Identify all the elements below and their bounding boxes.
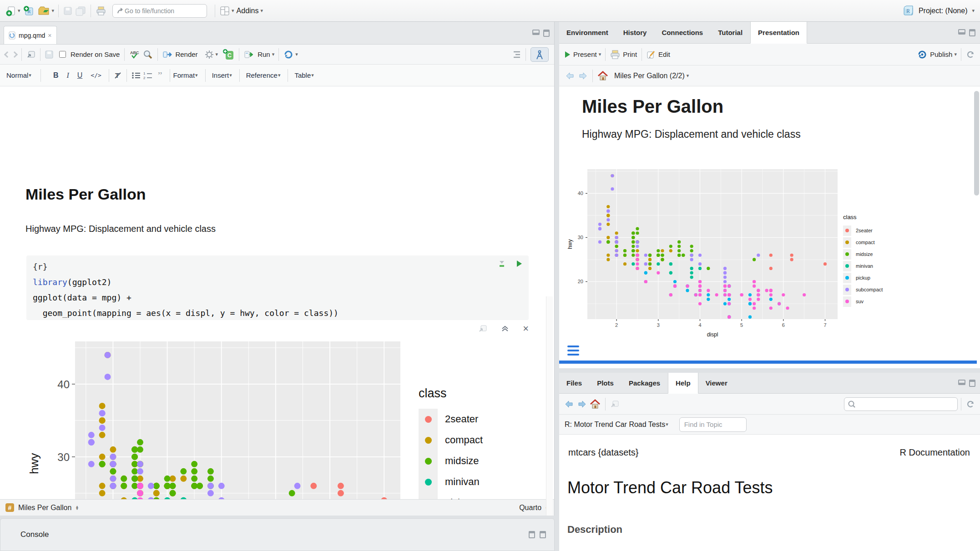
output-collapse-icon[interactable]	[501, 325, 509, 332]
home-icon[interactable]	[597, 69, 608, 83]
table-menu[interactable]: Table	[294, 71, 311, 79]
run-chunk-icon[interactable]	[516, 260, 522, 268]
outline-toggle-icon[interactable]	[512, 48, 521, 61]
doc-mode-selector[interactable]: Quarto	[519, 504, 541, 512]
help-topic-selector[interactable]: R: Motor Trend Car Road Tests	[565, 421, 665, 429]
help-topic-caret[interactable]: ▾	[666, 421, 668, 427]
rerun-caret[interactable]: ▾	[295, 51, 298, 57]
tab-presentation[interactable]: Presentation	[750, 22, 807, 44]
maximize-pane-icon[interactable]	[969, 380, 975, 387]
format-menu-caret[interactable]: ▾	[195, 72, 198, 78]
tab-environment[interactable]: Environment	[559, 22, 616, 43]
help-popout-icon[interactable]	[610, 397, 619, 411]
find-in-topic-input[interactable]	[679, 417, 747, 432]
visual-editor-toggle[interactable]	[530, 47, 549, 62]
render-settings-caret[interactable]: ▾	[216, 51, 218, 57]
save-icon[interactable]	[45, 48, 53, 61]
refresh-icon[interactable]	[966, 48, 975, 61]
rerun-source-icon[interactable]	[283, 48, 293, 61]
project-menu[interactable]: R Project: (None) ▾	[903, 5, 975, 17]
output-popout-icon[interactable]	[478, 325, 487, 333]
present-icon[interactable]	[564, 48, 571, 61]
edit-icon[interactable]	[647, 48, 656, 61]
new-file-icon[interactable]	[6, 4, 16, 18]
blockquote-icon[interactable]: ”	[158, 73, 162, 78]
panes-layout-icon[interactable]	[220, 4, 230, 18]
bold-button[interactable]: B	[53, 71, 59, 80]
reference-menu-caret[interactable]: ▾	[278, 72, 281, 78]
reference-menu[interactable]: Reference	[246, 71, 278, 79]
present-button[interactable]: Present	[573, 50, 597, 58]
open-file-icon[interactable]	[37, 4, 50, 18]
paragraph-style-caret[interactable]: ▾	[29, 72, 31, 78]
tab-plots[interactable]: Plots	[590, 373, 621, 393]
render-on-save-checkbox[interactable]	[59, 51, 66, 58]
slide-navigator-caret[interactable]: ▾	[687, 73, 689, 79]
addins-menu[interactable]: Addins	[237, 7, 259, 15]
print-icon[interactable]	[610, 48, 620, 61]
section-navigator[interactable]: Miles Per Gallon	[18, 504, 71, 512]
render-icon[interactable]	[162, 48, 172, 61]
find-replace-icon[interactable]	[143, 48, 153, 61]
tab-close-icon[interactable]: ×	[48, 32, 51, 39]
minimize-pane-icon[interactable]	[958, 380, 965, 385]
visual-editor-document[interactable]: Miles Per Gallon Highway MPG: Displaceme…	[0, 86, 554, 499]
tab-history[interactable]: History	[616, 22, 655, 43]
help-refresh-icon[interactable]	[966, 397, 975, 411]
panes-layout-caret[interactable]: ▾	[232, 8, 234, 14]
help-home-icon[interactable]	[590, 397, 601, 411]
addins-caret[interactable]: ▾	[261, 8, 263, 14]
editor-scrollbar[interactable]	[546, 296, 553, 516]
spellcheck-icon[interactable]: ABC	[129, 48, 140, 61]
help-back-icon[interactable]	[564, 397, 574, 411]
tab-help[interactable]: Help	[668, 373, 698, 394]
goto-file-input[interactable]	[125, 7, 197, 15]
nav-forward-icon[interactable]	[578, 69, 588, 83]
table-menu-caret[interactable]: ▾	[311, 72, 314, 78]
clear-formatting-icon[interactable]: T	[114, 69, 122, 82]
popout-window-icon[interactable]	[26, 48, 35, 61]
render-button[interactable]: Render	[175, 50, 197, 58]
present-caret[interactable]: ▾	[599, 51, 601, 57]
paragraph-style-select[interactable]: Normal	[6, 71, 28, 79]
maximize-pane-icon[interactable]	[543, 30, 550, 37]
tab-tutorial[interactable]: Tutorial	[711, 22, 750, 43]
underline-button[interactable]: U	[77, 71, 83, 80]
console-maximize-icon[interactable]	[540, 531, 546, 538]
code-button[interactable]: </>	[91, 72, 101, 79]
tab-viewer[interactable]: Viewer	[698, 373, 735, 393]
new-file-caret[interactable]: ▾	[18, 8, 20, 14]
run-button[interactable]: Run	[258, 50, 270, 58]
help-forward-icon[interactable]	[577, 397, 587, 411]
console-header[interactable]: Console	[0, 519, 554, 551]
output-close-icon[interactable]: ×	[523, 326, 529, 332]
help-document[interactable]: mtcars {datasets} R Documentation Motor …	[559, 435, 980, 551]
gear-icon[interactable]	[205, 48, 214, 61]
r-code-chunk[interactable]: {r} library(ggplot2) ggplot(data = mpg) …	[26, 255, 529, 320]
edit-button[interactable]: Edit	[658, 50, 670, 58]
publish-caret[interactable]: ▾	[954, 51, 957, 57]
console-popout-icon[interactable]	[529, 531, 535, 538]
publish-icon[interactable]	[917, 48, 927, 61]
print-button[interactable]: Print	[623, 50, 637, 58]
format-menu[interactable]: Format	[173, 71, 195, 79]
bullet-list-icon[interactable]	[131, 69, 141, 82]
presentation-scrollbar[interactable]	[974, 91, 979, 346]
tab-connections[interactable]: Connections	[654, 22, 711, 43]
run-icon[interactable]	[244, 48, 255, 61]
italic-button[interactable]: I	[66, 71, 69, 80]
publish-button[interactable]: Publish	[930, 50, 952, 58]
back-icon[interactable]	[5, 48, 10, 61]
section-nav-arrows-icon[interactable]: ▲▼	[75, 506, 79, 510]
insert-chunk-icon[interactable]: C	[222, 48, 234, 61]
slide-navigator[interactable]: Miles Per Gallon (2/2)	[614, 72, 685, 80]
insert-menu-caret[interactable]: ▾	[229, 72, 232, 78]
forward-icon[interactable]	[12, 48, 17, 61]
tab-mpg-qmd[interactable]: mpg.qmd ×	[4, 26, 57, 44]
tab-files[interactable]: Files	[559, 373, 590, 393]
nav-back-icon[interactable]	[565, 69, 575, 83]
help-search-box[interactable]	[844, 397, 958, 411]
tab-packages[interactable]: Packages	[621, 373, 668, 393]
minimize-pane-icon[interactable]	[958, 29, 965, 35]
numbered-list-icon[interactable]: 12	[143, 69, 152, 82]
